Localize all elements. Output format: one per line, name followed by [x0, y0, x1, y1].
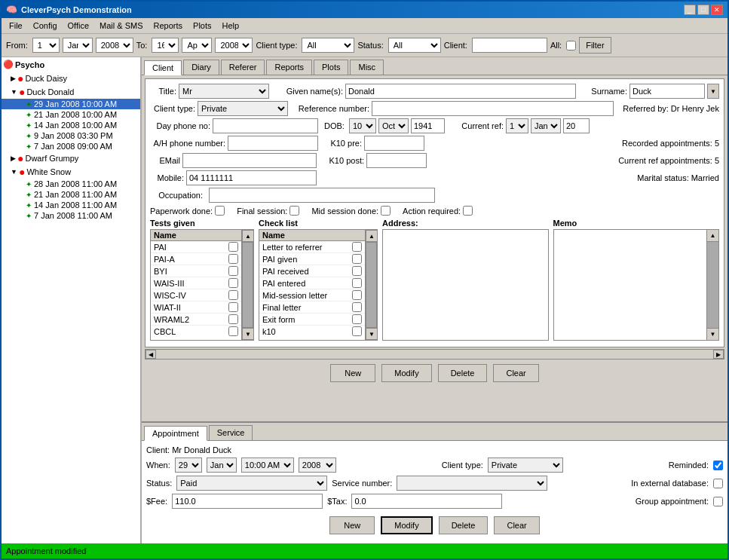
ah-phone-input[interactable]: [228, 136, 318, 151]
k10-pre-input[interactable]: [364, 136, 424, 151]
appt-donald-4[interactable]: ✦ 9 Jan 2008 03:30 PM: [2, 130, 140, 141]
email-input[interactable]: [182, 153, 317, 168]
tab-diary[interactable]: Diary: [183, 60, 219, 75]
to-day-select[interactable]: 16130: [152, 38, 179, 53]
client-type-form-select[interactable]: PrivateMedicareDVA: [198, 101, 288, 116]
memo-scroll-thumb[interactable]: [707, 242, 718, 328]
menu-reports[interactable]: Reports: [149, 20, 188, 32]
tree-item-grumpy[interactable]: ▶ ● Dwarf Grumpy: [2, 151, 140, 165]
check-letter[interactable]: [352, 242, 362, 252]
when-day-select[interactable]: 29: [175, 457, 202, 473]
appt-snow-1[interactable]: ✦ 28 Jan 2008 11:00 AM: [2, 179, 140, 189]
tree-item-daisy[interactable]: ▶ ● Duck Daisy: [2, 72, 140, 85]
check-final-letter[interactable]: [352, 302, 362, 312]
to-month-select[interactable]: AprJanFebMar: [182, 38, 212, 53]
mid-session-checkbox[interactable]: [381, 206, 391, 216]
tab-reports[interactable]: Reports: [266, 60, 312, 75]
check-k10[interactable]: [352, 326, 362, 336]
memo-scroll-up[interactable]: ▲: [707, 230, 718, 242]
tree-item-snow[interactable]: ▼ ● White Snow: [2, 165, 140, 179]
surname-input[interactable]: [629, 84, 705, 99]
from-year-select[interactable]: 200820072009: [96, 38, 133, 53]
when-month-select[interactable]: Jan: [207, 457, 237, 473]
test-check-paia[interactable]: [228, 254, 238, 264]
title-select[interactable]: MrMrsMsDr: [179, 84, 269, 99]
address-textarea[interactable]: [382, 229, 549, 341]
client-modify-button[interactable]: Modify: [381, 364, 431, 382]
appt-donald-5[interactable]: ✦ 7 Jan 2008 09:00 AM: [2, 141, 140, 151]
appt-clear-button[interactable]: Clear: [494, 516, 539, 534]
to-year-select[interactable]: 200820072009: [215, 38, 253, 53]
appt-donald-3[interactable]: ✦ 14 Jan 2008 10:00 AM: [2, 120, 140, 130]
check-exit-form[interactable]: [352, 314, 362, 324]
appt-delete-button[interactable]: Delete: [439, 516, 489, 534]
hscroll-right[interactable]: ▶: [713, 350, 724, 359]
occupation-input[interactable]: [209, 188, 435, 203]
check-mid-session[interactable]: [352, 290, 362, 300]
reminded-checkbox[interactable]: [713, 461, 723, 470]
when-time-select[interactable]: 10:00 AM: [241, 457, 294, 473]
from-month-select[interactable]: JanFebMarApr: [63, 38, 93, 53]
bottom-tab-appointment[interactable]: Appointment: [144, 426, 207, 441]
appt-new-button[interactable]: New: [329, 516, 375, 534]
bottom-tab-service[interactable]: Service: [209, 425, 253, 440]
test-check-cbcl[interactable]: [228, 326, 238, 336]
dob-year-input[interactable]: [411, 118, 445, 133]
memo-textarea[interactable]: [553, 229, 708, 341]
appt-donald-1[interactable]: ✦ 29 Jan 2008 10:00 AM: [2, 99, 140, 109]
appt-snow-2[interactable]: ✦ 21 Jan 2008 11:00 AM: [2, 189, 140, 200]
menu-help[interactable]: Help: [218, 20, 244, 32]
tests-scroll-down[interactable]: ▼: [242, 328, 254, 340]
h-scrollbar[interactable]: ◀ ▶: [145, 349, 724, 360]
final-session-checkbox[interactable]: [289, 206, 299, 216]
menu-config[interactable]: Config: [29, 20, 62, 32]
client-clear-button[interactable]: Clear: [493, 364, 538, 382]
test-check-byi[interactable]: [228, 266, 238, 276]
tab-client[interactable]: Client: [144, 60, 182, 75]
hscroll-left[interactable]: ◀: [145, 350, 156, 359]
client-delete-button[interactable]: Delete: [438, 364, 488, 382]
tab-plots[interactable]: Plots: [314, 60, 348, 75]
appt-donald-2[interactable]: ✦ 21 Jan 2008 10:00 AM: [2, 109, 140, 120]
surname-scroll-btn[interactable]: ▼: [707, 84, 719, 99]
menu-plots[interactable]: Plots: [188, 20, 216, 32]
tests-scroll-thumb[interactable]: [242, 242, 253, 328]
test-check-wisciv[interactable]: [228, 290, 238, 300]
group-appt-checkbox[interactable]: [713, 497, 723, 506]
client-type-select[interactable]: AllPrivateMedicare: [302, 38, 354, 53]
fee-input[interactable]: [172, 494, 323, 509]
current-ref-num-select[interactable]: 1: [506, 118, 528, 133]
check-pai-entered[interactable]: [352, 278, 362, 288]
status-select[interactable]: AllPaidUnpaid: [388, 38, 441, 53]
appt-client-type-select[interactable]: PrivateMedicare: [488, 457, 563, 473]
appt-modify-button[interactable]: Modify: [381, 516, 432, 534]
dob-month-select[interactable]: Oct: [378, 118, 409, 133]
tab-referer[interactable]: Referer: [221, 60, 265, 75]
current-ref-year-input[interactable]: [563, 118, 590, 133]
client-input[interactable]: [472, 38, 547, 53]
menu-mail-sms[interactable]: Mail & SMS: [95, 20, 147, 32]
close-button[interactable]: ✕: [711, 5, 723, 15]
tax-input[interactable]: [351, 494, 502, 509]
minimize-button[interactable]: _: [684, 5, 696, 15]
appt-status-select[interactable]: PaidUnpaidCancelled: [176, 476, 327, 491]
checklist-scroll-down[interactable]: ▼: [366, 328, 378, 340]
checklist-scroll-up[interactable]: ▲: [366, 230, 378, 242]
filter-button[interactable]: Filter: [579, 37, 611, 54]
client-new-button[interactable]: New: [330, 364, 375, 382]
tab-misc[interactable]: Misc: [350, 60, 384, 75]
service-num-select[interactable]: [397, 476, 547, 491]
in-ext-db-checkbox[interactable]: [713, 479, 723, 488]
when-year-select[interactable]: 2008: [299, 457, 336, 473]
test-check-waisiii[interactable]: [228, 278, 238, 288]
dob-day-select[interactable]: 10: [349, 118, 376, 133]
all-checkbox[interactable]: [566, 41, 576, 50]
check-pai-received[interactable]: [352, 266, 362, 276]
test-check-wiatii[interactable]: [228, 302, 238, 312]
memo-scroll-down[interactable]: ▼: [707, 328, 718, 340]
test-check-pai[interactable]: [228, 242, 238, 252]
k10-post-input[interactable]: [366, 153, 427, 168]
tree-item-donald[interactable]: ▼ ● Duck Donald: [2, 85, 140, 99]
check-pai-given[interactable]: [352, 254, 362, 264]
checklist-scroll-thumb[interactable]: [366, 242, 377, 328]
